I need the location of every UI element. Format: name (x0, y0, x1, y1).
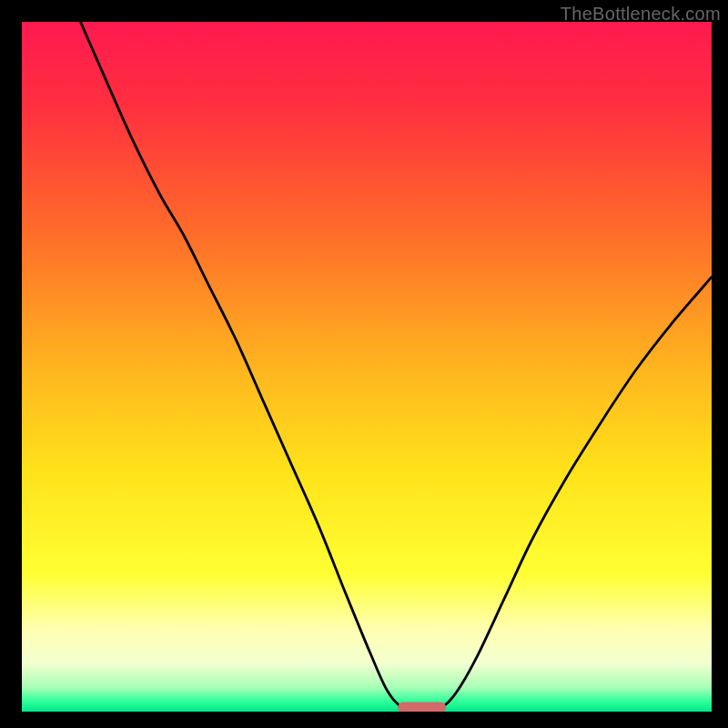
chart-svg (22, 22, 712, 712)
optimal-marker (398, 702, 446, 712)
watermark-text: TheBottleneck.com (561, 4, 721, 25)
chart-canvas (22, 22, 712, 712)
